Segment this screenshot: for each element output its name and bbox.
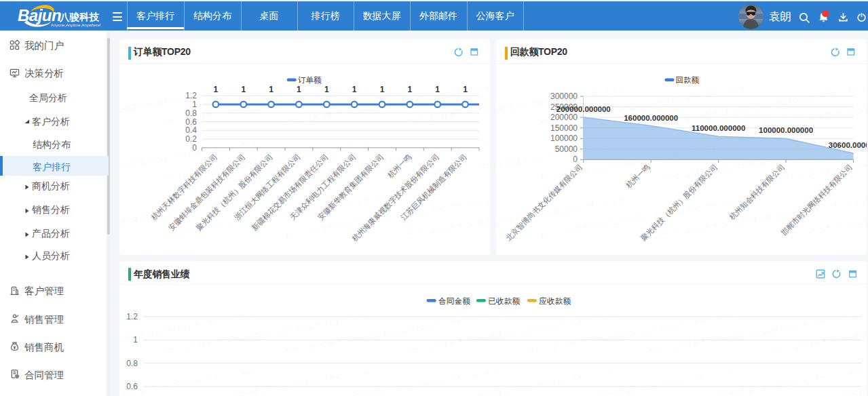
svg-text:Anyone,Anytime,Anywhere!: Anyone,Anytime,Anywhere! (51, 23, 101, 27)
svg-text:八骏科技: 八骏科技 (59, 12, 100, 23)
svg-text:Bajun: Bajun (18, 6, 61, 24)
